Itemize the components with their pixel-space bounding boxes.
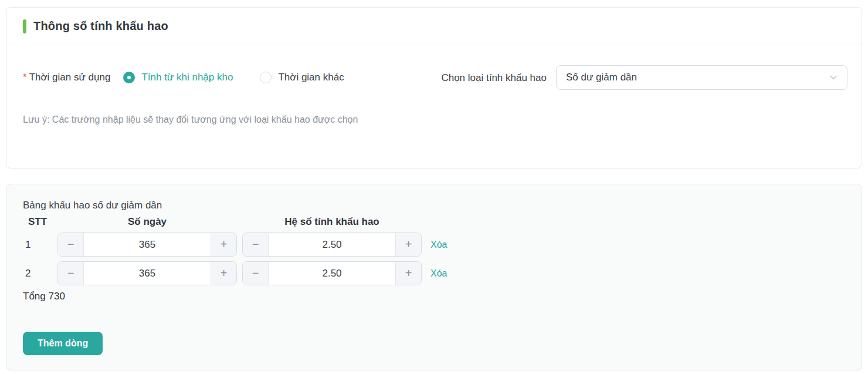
radio-option-label[interactable]: Tính từ khi nhập kho [141, 72, 233, 83]
minus-icon[interactable]: − [243, 262, 269, 285]
total-value: 730 [48, 291, 65, 302]
column-header-days: Số ngày [57, 216, 237, 228]
delete-row-link[interactable]: Xóa [427, 240, 463, 250]
usage-group: * Thời gian sử dụng Tính từ khi nhập kho… [23, 65, 371, 90]
radio-unselected-icon[interactable] [260, 72, 272, 83]
page-title: Thông số tính khấu hao [33, 19, 168, 33]
column-header-stt: STT [23, 216, 52, 228]
row-index: 2 [23, 268, 52, 279]
coefficient-stepper: − + [242, 233, 422, 257]
note-text: Lưu ý: Các trường nhập liệu sẽ thay đổi … [23, 114, 845, 125]
radio-option-from-stock-entry[interactable]: Tính từ khi nhập kho [123, 72, 233, 83]
radio-option-label[interactable]: Thời gian khác [278, 72, 344, 83]
add-row-button[interactable]: Thêm dòng [23, 332, 103, 355]
plus-icon[interactable]: + [211, 262, 236, 285]
radio-selected-icon[interactable] [123, 72, 135, 83]
days-input[interactable] [84, 262, 211, 285]
table-header-row: STT Số ngày Hệ số tính khấu hao [23, 216, 845, 228]
usage-form-row: * Thời gian sử dụng Tính từ khi nhập kho… [23, 65, 847, 91]
days-stepper: − + [57, 233, 237, 257]
coefficient-input[interactable] [269, 233, 395, 256]
minus-icon[interactable]: − [58, 233, 84, 256]
usage-label: Thời gian sử dụng [29, 72, 111, 83]
card-header: Thông số tính khấu hao [6, 8, 862, 45]
depreciation-type-label: Chọn loại tính khấu hao [438, 65, 547, 91]
coefficient-stepper: − + [242, 261, 422, 285]
row-index: 1 [23, 239, 52, 251]
total-label: Tổng [23, 291, 46, 302]
coefficient-input[interactable] [269, 262, 395, 285]
days-stepper: − + [57, 261, 237, 285]
table-row: 1 − + − + Xóa [23, 233, 845, 257]
select-value: Số dư giảm dần [566, 72, 829, 83]
accent-bar [23, 19, 26, 33]
table-row: 2 − + − + Xóa [23, 261, 845, 285]
required-asterisk: * [23, 72, 27, 83]
days-input[interactable] [84, 233, 211, 256]
depreciation-table-card: Bảng khấu hao số dư giảm dần STT Số ngày… [6, 184, 862, 370]
column-header-coefficient: Hệ số tính khấu hao [242, 216, 422, 228]
plus-icon[interactable]: + [211, 233, 236, 256]
depreciation-type-select[interactable]: Số dư giảm dần [556, 65, 847, 90]
delete-row-link[interactable]: Xóa [427, 268, 463, 279]
total-row: Tổng 730 [23, 291, 845, 302]
minus-icon[interactable]: − [58, 262, 84, 285]
radio-option-other-time[interactable]: Thời gian khác [260, 72, 344, 83]
depreciation-type-group: Chọn loại tính khấu hao Số dư giảm dần [438, 65, 847, 91]
depreciation-params-card: Thông số tính khấu hao * Thời gian sử dụ… [6, 7, 862, 169]
minus-icon[interactable]: − [243, 233, 269, 256]
plus-icon[interactable]: + [395, 262, 421, 285]
table-title: Bảng khấu hao số dư giảm dần [23, 200, 845, 211]
chevron-down-icon [829, 73, 838, 82]
plus-icon[interactable]: + [395, 233, 421, 256]
